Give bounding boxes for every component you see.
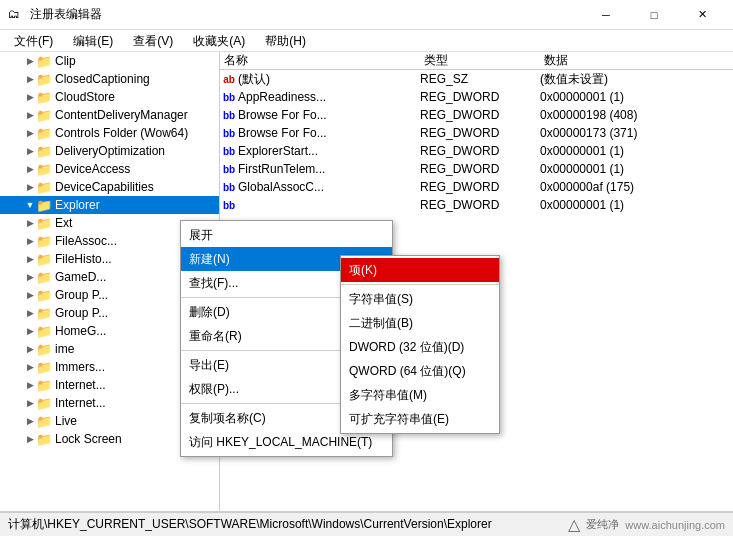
context-menu-item-label: 访问 HKEY_LOCAL_MACHINE(T): [189, 434, 372, 451]
submenu-item[interactable]: QWORD (64 位值)(Q): [341, 359, 499, 383]
context-menu-item-label: 展开: [189, 227, 372, 244]
submenu-item[interactable]: 二进制值(B): [341, 311, 499, 335]
submenu-item[interactable]: 可扩充字符串值(E): [341, 407, 499, 431]
submenu-item[interactable]: 项(K): [341, 258, 499, 282]
context-menu-item[interactable]: 展开: [181, 223, 392, 247]
submenu-item[interactable]: 字符串值(S): [341, 287, 499, 311]
submenu: 项(K)字符串值(S)二进制值(B)DWORD (32 位值)(D)QWORD …: [340, 255, 500, 434]
submenu-item[interactable]: 多字符串值(M): [341, 383, 499, 407]
context-menu-overlay: 展开新建(N)▶查找(F)...删除(D)重命名(R)导出(E)权限(P)...…: [0, 0, 733, 536]
submenu-separator: [341, 284, 499, 285]
submenu-item[interactable]: DWORD (32 位值)(D): [341, 335, 499, 359]
